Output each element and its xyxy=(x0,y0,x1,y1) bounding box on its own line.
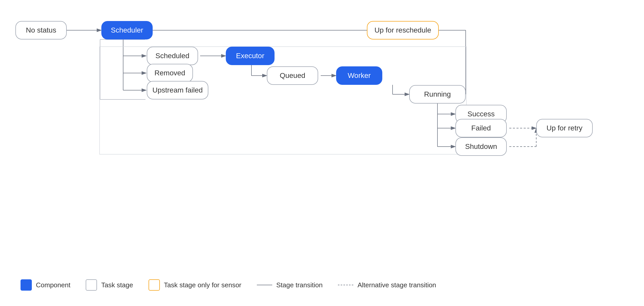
legend-component-icon xyxy=(21,279,32,291)
legend-alt-transition: Alternative stage transition xyxy=(338,281,436,289)
failed-node: Failed xyxy=(455,119,507,137)
legend-task-stage: Task stage xyxy=(86,279,133,291)
legend-task-stage-label: Task stage xyxy=(101,281,133,289)
legend-sensor-stage: Task stage only for sensor xyxy=(149,279,241,291)
up-for-reschedule-node: Up for reschedule xyxy=(367,21,439,39)
legend-component-label: Component xyxy=(36,281,70,289)
diagram-container: No status Scheduler Scheduled Removed Up… xyxy=(0,0,644,231)
queued-node: Queued xyxy=(267,66,318,85)
shutdown-node: Shutdown xyxy=(455,137,507,156)
scheduler-node: Scheduler xyxy=(101,21,153,39)
legend-task-stage-icon xyxy=(86,279,97,291)
scheduled-node: Scheduled xyxy=(147,47,198,65)
legend-sensor-stage-label: Task stage only for sensor xyxy=(164,281,241,289)
legend: Component Task stage Task stage only for… xyxy=(21,279,436,291)
arrows-svg xyxy=(0,0,644,231)
legend-stage-transition-label: Stage transition xyxy=(276,281,323,289)
legend-alt-transition-icon xyxy=(338,285,353,285)
legend-alt-transition-label: Alternative stage transition xyxy=(357,281,436,289)
legend-component: Component xyxy=(21,279,70,291)
legend-stage-transition: Stage transition xyxy=(257,281,323,289)
up-for-retry-node: Up for retry xyxy=(536,119,593,137)
legend-stage-transition-icon xyxy=(257,285,272,285)
no-status-node: No status xyxy=(15,21,67,39)
executor-node: Executor xyxy=(226,47,275,65)
removed-node: Removed xyxy=(147,64,193,82)
upstream-failed-node: Upstream failed xyxy=(147,81,208,99)
worker-node: Worker xyxy=(336,66,382,85)
legend-sensor-stage-icon xyxy=(149,279,160,291)
running-node: Running xyxy=(409,85,466,104)
